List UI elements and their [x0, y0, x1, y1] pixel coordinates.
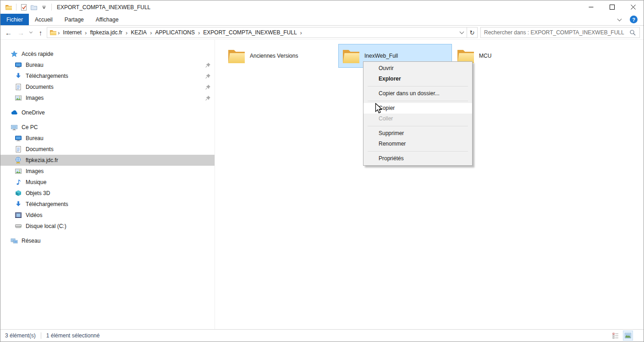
menu-item-copier[interactable]: Copier [363, 103, 472, 114]
sidebar-item-videos[interactable]: Vidéos [0, 210, 215, 221]
sidebar-item-telechargements-quick[interactable]: Téléchargements [0, 71, 215, 81]
refresh-button[interactable]: ↻ [467, 27, 478, 38]
menu-item-supprimer[interactable]: Supprimer [363, 128, 472, 139]
address-dropdown-chevron-icon[interactable] [457, 27, 467, 38]
ftp-globe-icon [15, 157, 22, 164]
folder-name: InexWeb_Full [364, 53, 398, 59]
document-icon [15, 83, 22, 91]
pin-icon [205, 73, 211, 79]
breadcrumb-kezia[interactable]: KEZIA [128, 27, 149, 38]
breadcrumb-separator: › [149, 29, 153, 36]
folder-icon [227, 47, 246, 65]
breadcrumb-internet[interactable]: Internet [61, 27, 84, 38]
context-menu: Ouvrir Explorer Copier dans un dossier..… [363, 61, 473, 166]
menu-item-renommer[interactable]: Renommer [363, 139, 472, 149]
menu-item-copier-dans-un-dossier[interactable]: Copier dans un dossier... [363, 88, 472, 99]
menu-item-ouvrir[interactable]: Ouvrir [363, 63, 472, 74]
pictures-icon [15, 168, 22, 175]
sidebar-item-label: Téléchargements [26, 201, 68, 207]
menu-separator [368, 151, 468, 152]
search-input[interactable] [484, 29, 629, 36]
sidebar-item-label: Ce PC [22, 124, 38, 130]
breadcrumb-applications[interactable]: APPLICATIONS [153, 27, 197, 38]
pin-icon [205, 84, 211, 90]
recent-locations-chevron-icon[interactable] [27, 27, 34, 38]
forward-button[interactable]: → [15, 27, 27, 38]
address-bar[interactable]: › Internet › ftpkezia.jdc.fr › KEZIA › A… [47, 27, 467, 38]
sidebar-item-ce-pc[interactable]: Ce PC [0, 122, 215, 133]
item-count: 3 élément(s) [5, 332, 36, 339]
downloads-arrow-icon [15, 72, 22, 80]
new-folder-quick-button[interactable] [29, 2, 39, 12]
tab-affichage[interactable]: Affichage [90, 14, 125, 25]
quick-access-star-icon [11, 50, 18, 58]
status-bar: 3 élément(s) 1 élément sélectionné [0, 329, 644, 342]
breadcrumb-separator: › [197, 29, 201, 36]
breadcrumb-separator: › [84, 29, 88, 36]
search-icon[interactable] [629, 29, 636, 36]
pictures-icon [15, 94, 22, 102]
sidebar-item-ftpkezia[interactable]: ftpkezia.jdc.fr [0, 155, 215, 166]
sidebar-item-disque-local-c[interactable]: Disque local (C:) [0, 221, 215, 232]
large-icons-view-button[interactable] [623, 331, 633, 340]
sidebar-item-reseau[interactable]: Réseau [0, 235, 215, 246]
help-button[interactable]: ? [630, 16, 638, 23]
breadcrumb-separator: › [125, 29, 128, 36]
sidebar-item-label: OneDrive [22, 109, 45, 116]
sidebar-item-images-quick[interactable]: Images [0, 92, 215, 103]
window-controls [580, 0, 644, 14]
desktop-icon [15, 61, 22, 69]
breadcrumb-export-compta[interactable]: EXPORT_COMPTA_INEXWEB_FULL [201, 27, 299, 38]
close-button[interactable] [622, 0, 644, 14]
toolbar-separator [16, 4, 17, 11]
minimize-button[interactable] [580, 0, 601, 14]
address-toolbar: ← → ↑ › Internet › ftpkezia.jdc.fr › KEZ… [0, 26, 644, 40]
properties-quick-button[interactable] [19, 2, 29, 12]
hard-drive-icon [15, 223, 22, 230]
maximize-button[interactable] [601, 0, 622, 14]
folder-tile-anciennes-versions[interactable]: Anciennes Versions [224, 44, 337, 68]
cube-3d-icon [15, 190, 22, 197]
tab-partage[interactable]: Partage [59, 14, 90, 25]
ribbon-tab-bar: Fichier Accueil Partage Affichage ? [0, 14, 644, 26]
sidebar-item-bureau-pc[interactable]: Bureau [0, 133, 215, 144]
sidebar-item-images-pc[interactable]: Images [0, 166, 215, 177]
this-pc-icon [11, 124, 18, 131]
tab-accueil[interactable]: Accueil [29, 14, 59, 25]
sidebar-item-label: Images [26, 95, 44, 101]
desktop-icon [15, 135, 22, 142]
details-view-button[interactable] [611, 331, 620, 340]
film-strip-icon [15, 212, 22, 219]
network-icon [11, 237, 18, 244]
sidebar-item-musique[interactable]: Musique [0, 177, 215, 188]
breadcrumb-ftpkezia[interactable]: ftpkezia.jdc.fr [88, 27, 125, 38]
sidebar-item-objets-3d[interactable]: Objets 3D [0, 188, 215, 199]
navigation-pane: Accès rapide Bureau Téléchargements Docu… [0, 40, 215, 329]
window-title: EXPORT_COMPTA_INEXWEB_FULL [57, 4, 150, 11]
sidebar-item-documents-pc[interactable]: Documents [0, 144, 215, 155]
address-folder-icon [50, 29, 57, 36]
sidebar-item-label: Bureau [26, 135, 44, 141]
up-button[interactable]: ↑ [34, 27, 47, 38]
customize-toolbar-dropdown-icon[interactable] [39, 2, 49, 12]
title-bar: EXPORT_COMPTA_INEXWEB_FULL [0, 0, 644, 14]
sidebar-item-telechargements-pc[interactable]: Téléchargements [0, 199, 215, 210]
sidebar-item-label: Musique [26, 179, 46, 185]
breadcrumb-separator: › [57, 29, 61, 36]
tab-fichier[interactable]: Fichier [0, 14, 29, 25]
back-button[interactable]: ← [2, 27, 15, 38]
downloads-arrow-icon [15, 201, 22, 208]
menu-item-proprietes[interactable]: Propriétés [363, 153, 472, 164]
music-note-icon [15, 179, 22, 186]
expand-ribbon-chevron-icon[interactable] [614, 15, 624, 25]
pin-icon [205, 95, 211, 101]
menu-item-explorer[interactable]: Explorer [363, 74, 472, 84]
sidebar-item-acces-rapide[interactable]: Accès rapide [0, 49, 215, 60]
app-folder-icon[interactable] [4, 2, 14, 12]
sidebar-item-label: Objets 3D [26, 190, 50, 196]
sidebar-item-onedrive[interactable]: OneDrive [0, 107, 215, 118]
sidebar-item-bureau-quick[interactable]: Bureau [0, 60, 215, 71]
sidebar-item-documents-quick[interactable]: Documents [0, 81, 215, 92]
menu-separator [368, 101, 468, 101]
folder-name: MCU [479, 53, 491, 59]
